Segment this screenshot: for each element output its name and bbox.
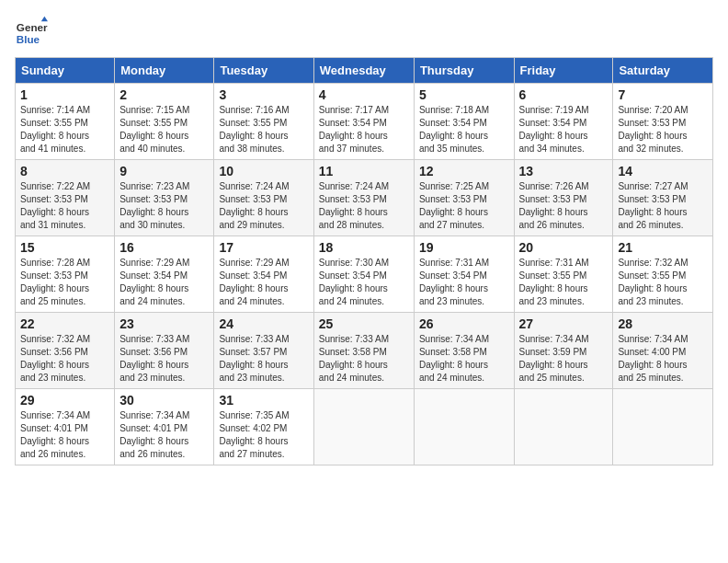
calendar-cell: 2Sunrise: 7:15 AM Sunset: 3:55 PM Daylig… [115, 84, 214, 160]
calendar-cell: 7Sunrise: 7:20 AM Sunset: 3:53 PM Daylig… [613, 84, 713, 160]
day-number: 12 [419, 164, 509, 178]
day-number: 30 [119, 393, 209, 408]
calendar-cell: 10Sunrise: 7:24 AM Sunset: 3:53 PM Dayli… [214, 160, 313, 236]
day-number: 5 [419, 87, 509, 102]
day-number: 9 [119, 164, 209, 178]
day-number: 28 [618, 316, 708, 331]
calendar-table: SundayMondayTuesdayWednesdayThursdayFrid… [15, 57, 713, 465]
calendar-cell: 17Sunrise: 7:29 AM Sunset: 3:54 PM Dayli… [214, 236, 313, 313]
day-info: Sunrise: 7:24 AM Sunset: 3:53 PM Dayligh… [219, 180, 308, 232]
day-number: 18 [319, 240, 409, 255]
weekday-header-monday: Monday [115, 58, 214, 84]
day-number: 13 [519, 164, 609, 178]
day-info: Sunrise: 7:31 AM Sunset: 3:54 PM Dayligh… [419, 257, 509, 308]
calendar-cell: 28Sunrise: 7:34 AM Sunset: 4:00 PM Dayli… [613, 313, 713, 389]
day-info: Sunrise: 7:33 AM Sunset: 3:56 PM Dayligh… [119, 333, 209, 385]
calendar-cell: 25Sunrise: 7:33 AM Sunset: 3:58 PM Dayli… [313, 313, 414, 389]
weekday-header-sunday: Sunday [16, 58, 115, 84]
day-info: Sunrise: 7:31 AM Sunset: 3:55 PM Dayligh… [519, 257, 609, 308]
day-info: Sunrise: 7:29 AM Sunset: 3:54 PM Dayligh… [119, 257, 209, 308]
day-number: 8 [20, 164, 109, 178]
calendar-cell: 1Sunrise: 7:14 AM Sunset: 3:55 PM Daylig… [16, 84, 115, 160]
calendar-cell [514, 389, 613, 465]
page-header: General Blue [15, 15, 713, 48]
day-info: Sunrise: 7:28 AM Sunset: 3:53 PM Dayligh… [20, 257, 109, 308]
day-info: Sunrise: 7:24 AM Sunset: 3:53 PM Dayligh… [319, 180, 409, 232]
svg-text:General: General [17, 21, 48, 33]
day-number: 22 [20, 316, 109, 331]
day-info: Sunrise: 7:27 AM Sunset: 3:53 PM Dayligh… [618, 180, 708, 232]
day-number: 2 [119, 87, 209, 102]
day-info: Sunrise: 7:16 AM Sunset: 3:55 PM Dayligh… [219, 104, 308, 155]
day-info: Sunrise: 7:33 AM Sunset: 3:58 PM Dayligh… [319, 333, 409, 385]
day-number: 6 [519, 87, 609, 102]
calendar-cell: 21Sunrise: 7:32 AM Sunset: 3:55 PM Dayli… [613, 236, 713, 313]
logo-icon: General Blue [15, 15, 48, 48]
calendar-cell: 27Sunrise: 7:34 AM Sunset: 3:59 PM Dayli… [514, 313, 613, 389]
calendar-cell: 26Sunrise: 7:34 AM Sunset: 3:58 PM Dayli… [414, 313, 514, 389]
day-number: 7 [618, 87, 708, 102]
calendar-cell: 5Sunrise: 7:18 AM Sunset: 3:54 PM Daylig… [414, 84, 514, 160]
day-info: Sunrise: 7:15 AM Sunset: 3:55 PM Dayligh… [119, 104, 209, 155]
calendar-cell: 23Sunrise: 7:33 AM Sunset: 3:56 PM Dayli… [115, 313, 214, 389]
calendar-cell: 14Sunrise: 7:27 AM Sunset: 3:53 PM Dayli… [613, 160, 713, 236]
day-number: 3 [219, 87, 308, 102]
calendar-cell: 4Sunrise: 7:17 AM Sunset: 3:54 PM Daylig… [313, 84, 414, 160]
day-info: Sunrise: 7:34 AM Sunset: 4:01 PM Dayligh… [119, 409, 209, 461]
calendar-cell: 15Sunrise: 7:28 AM Sunset: 3:53 PM Dayli… [16, 236, 115, 313]
day-number: 15 [20, 240, 109, 255]
day-info: Sunrise: 7:34 AM Sunset: 3:58 PM Dayligh… [419, 333, 509, 385]
calendar-cell: 20Sunrise: 7:31 AM Sunset: 3:55 PM Dayli… [514, 236, 613, 313]
svg-text:Blue: Blue [17, 33, 40, 45]
day-info: Sunrise: 7:18 AM Sunset: 3:54 PM Dayligh… [419, 104, 509, 155]
day-info: Sunrise: 7:34 AM Sunset: 3:59 PM Dayligh… [519, 333, 609, 385]
day-info: Sunrise: 7:20 AM Sunset: 3:53 PM Dayligh… [618, 104, 708, 155]
day-number: 26 [419, 316, 509, 331]
day-number: 16 [119, 240, 209, 255]
day-info: Sunrise: 7:23 AM Sunset: 3:53 PM Dayligh… [119, 180, 209, 232]
day-number: 4 [319, 87, 409, 102]
day-info: Sunrise: 7:22 AM Sunset: 3:53 PM Dayligh… [20, 180, 109, 232]
calendar-cell: 6Sunrise: 7:19 AM Sunset: 3:54 PM Daylig… [514, 84, 613, 160]
day-info: Sunrise: 7:29 AM Sunset: 3:54 PM Dayligh… [219, 257, 308, 308]
day-number: 24 [219, 316, 308, 331]
day-info: Sunrise: 7:34 AM Sunset: 4:01 PM Dayligh… [20, 409, 109, 461]
day-number: 27 [519, 316, 609, 331]
weekday-header-saturday: Saturday [613, 58, 713, 84]
weekday-header-wednesday: Wednesday [313, 58, 414, 84]
day-info: Sunrise: 7:26 AM Sunset: 3:53 PM Dayligh… [519, 180, 609, 232]
weekday-header-thursday: Thursday [414, 58, 514, 84]
day-number: 10 [219, 164, 308, 178]
calendar-cell [313, 389, 414, 465]
day-number: 11 [319, 164, 409, 178]
calendar-cell: 16Sunrise: 7:29 AM Sunset: 3:54 PM Dayli… [115, 236, 214, 313]
day-info: Sunrise: 7:32 AM Sunset: 3:56 PM Dayligh… [20, 333, 109, 385]
day-number: 1 [20, 87, 109, 102]
calendar-cell [613, 389, 713, 465]
day-number: 23 [119, 316, 209, 331]
calendar-cell: 19Sunrise: 7:31 AM Sunset: 3:54 PM Dayli… [414, 236, 514, 313]
calendar-cell: 3Sunrise: 7:16 AM Sunset: 3:55 PM Daylig… [214, 84, 313, 160]
calendar-cell: 9Sunrise: 7:23 AM Sunset: 3:53 PM Daylig… [115, 160, 214, 236]
day-number: 29 [20, 393, 109, 408]
day-info: Sunrise: 7:35 AM Sunset: 4:02 PM Dayligh… [219, 409, 308, 461]
calendar-cell: 24Sunrise: 7:33 AM Sunset: 3:57 PM Dayli… [214, 313, 313, 389]
day-number: 17 [219, 240, 308, 255]
calendar-cell: 29Sunrise: 7:34 AM Sunset: 4:01 PM Dayli… [16, 389, 115, 465]
calendar-cell: 13Sunrise: 7:26 AM Sunset: 3:53 PM Dayli… [514, 160, 613, 236]
day-info: Sunrise: 7:19 AM Sunset: 3:54 PM Dayligh… [519, 104, 609, 155]
calendar-cell: 30Sunrise: 7:34 AM Sunset: 4:01 PM Dayli… [115, 389, 214, 465]
calendar-cell: 18Sunrise: 7:30 AM Sunset: 3:54 PM Dayli… [313, 236, 414, 313]
calendar-cell: 22Sunrise: 7:32 AM Sunset: 3:56 PM Dayli… [16, 313, 115, 389]
calendar-cell [414, 389, 514, 465]
calendar-cell: 8Sunrise: 7:22 AM Sunset: 3:53 PM Daylig… [16, 160, 115, 236]
day-number: 21 [618, 240, 708, 255]
day-info: Sunrise: 7:32 AM Sunset: 3:55 PM Dayligh… [618, 257, 708, 308]
day-number: 31 [219, 393, 308, 408]
day-info: Sunrise: 7:33 AM Sunset: 3:57 PM Dayligh… [219, 333, 308, 385]
day-info: Sunrise: 7:34 AM Sunset: 4:00 PM Dayligh… [618, 333, 708, 385]
day-info: Sunrise: 7:25 AM Sunset: 3:53 PM Dayligh… [419, 180, 509, 232]
day-number: 19 [419, 240, 509, 255]
logo: General Blue [15, 15, 48, 48]
day-number: 20 [519, 240, 609, 255]
